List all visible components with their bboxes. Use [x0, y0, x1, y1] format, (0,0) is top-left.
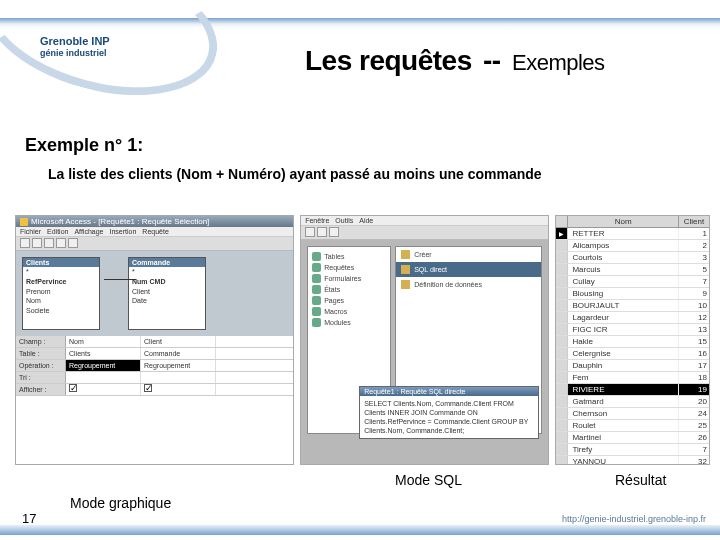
row-selector[interactable] [556, 444, 568, 455]
list-item[interactable]: Macros [312, 306, 386, 317]
sql-text[interactable]: SELECT Clients.Nom, Commande.Client FROM… [360, 396, 538, 438]
table-row[interactable]: Courtois3 [556, 252, 709, 264]
row-selector[interactable] [556, 252, 568, 263]
row-selector[interactable] [556, 384, 568, 395]
row-selector[interactable] [556, 396, 568, 407]
col-header[interactable]: Nom [568, 216, 679, 227]
table-commande[interactable]: Commande * Num CMD Client Date [128, 257, 206, 330]
list-item[interactable]: Tables [312, 251, 386, 262]
table-row[interactable]: Tirefy7 [556, 444, 709, 456]
row-selector[interactable] [556, 276, 568, 287]
table-field[interactable]: Nom [23, 296, 99, 306]
grid-cell[interactable]: Commande [141, 348, 216, 359]
table-row[interactable]: Blousing9 [556, 288, 709, 300]
list-item[interactable]: Créer [396, 247, 541, 262]
cell-nom: Chernson [568, 408, 679, 419]
row-selector[interactable] [556, 288, 568, 299]
row-selector[interactable] [556, 264, 568, 275]
list-item[interactable]: États [312, 284, 386, 295]
table-row[interactable]: Chernson24 [556, 408, 709, 420]
table-row[interactable]: YANNOU32 [556, 456, 709, 465]
cell-client: 9 [679, 288, 709, 299]
cell-nom: Roulet [568, 420, 679, 431]
menu-item[interactable]: Aide [359, 217, 373, 224]
list-item[interactable]: Formulaires [312, 273, 386, 284]
table-field[interactable]: Prenom [23, 287, 99, 297]
row-selector[interactable] [556, 432, 568, 443]
toolbar-button[interactable] [56, 238, 66, 248]
table-row[interactable]: Fem18 [556, 372, 709, 384]
table-row[interactable]: RIVIERE19 [556, 384, 709, 396]
toolbar [16, 237, 293, 251]
table-row[interactable]: Dauphin17 [556, 360, 709, 372]
grid-cell[interactable] [141, 384, 216, 395]
table-row[interactable]: Lagardeur12 [556, 312, 709, 324]
grid-cell[interactable] [66, 384, 141, 395]
cell-client: 3 [679, 252, 709, 263]
row-selector[interactable] [556, 372, 568, 383]
toolbar-button[interactable] [329, 227, 339, 237]
row-selector[interactable] [556, 360, 568, 371]
table-row[interactable]: Hakle15 [556, 336, 709, 348]
toolbar-button[interactable] [20, 238, 30, 248]
toolbar-button[interactable] [317, 227, 327, 237]
table-row[interactable]: Celergnise16 [556, 348, 709, 360]
cell-client: 25 [679, 420, 709, 431]
table-field[interactable]: Client [129, 287, 205, 297]
menu-item[interactable]: Fichier [20, 228, 41, 235]
checkbox-icon[interactable] [144, 384, 152, 392]
table-row[interactable]: Gatmard20 [556, 396, 709, 408]
table-row[interactable]: Alicampos2 [556, 240, 709, 252]
row-selector[interactable] [556, 348, 568, 359]
row-selector[interactable] [556, 408, 568, 419]
row-selector[interactable] [556, 336, 568, 347]
title-main: Les requêtes [305, 45, 472, 76]
table-field[interactable]: * [23, 267, 99, 277]
grid-cell[interactable]: Regroupement [66, 360, 141, 371]
list-item[interactable]: SQL direct [396, 262, 541, 277]
grid-cell[interactable]: Nom [66, 336, 141, 347]
table-field[interactable]: Societe [23, 306, 99, 316]
table-field[interactable]: RefPervince [23, 277, 99, 287]
grid-cell[interactable]: Client [141, 336, 216, 347]
table-row[interactable]: Marcuis5 [556, 264, 709, 276]
menu-item[interactable]: Outils [335, 217, 353, 224]
table-row[interactable]: BOURJAULT10 [556, 300, 709, 312]
table-field[interactable]: * [129, 267, 205, 277]
row-selector[interactable] [556, 228, 568, 239]
row-selector[interactable] [556, 312, 568, 323]
table-row[interactable]: Cullay7 [556, 276, 709, 288]
list-item[interactable]: Définition de données [396, 277, 541, 292]
cell-nom: BOURJAULT [568, 300, 679, 311]
menu-item[interactable]: Insertion [109, 228, 136, 235]
row-selector[interactable] [556, 324, 568, 335]
cell-nom: Hakle [568, 336, 679, 347]
menu-item[interactable]: Affichage [74, 228, 103, 235]
menu-item[interactable]: Fenêtre [305, 217, 329, 224]
list-item[interactable]: Modules [312, 317, 386, 328]
grid-label: Champ : [16, 336, 66, 347]
row-selector[interactable] [556, 240, 568, 251]
row-selector[interactable] [556, 300, 568, 311]
table-row[interactable]: Roulet25 [556, 420, 709, 432]
toolbar-button[interactable] [44, 238, 54, 248]
table-clients[interactable]: Clients * RefPervince Prenom Nom Societe [22, 257, 100, 330]
row-selector[interactable] [556, 456, 568, 465]
checkbox-icon[interactable] [69, 384, 77, 392]
row-selector[interactable] [556, 420, 568, 431]
table-field[interactable]: Num CMD [129, 277, 205, 287]
toolbar-button[interactable] [32, 238, 42, 248]
col-header[interactable]: Client [679, 216, 709, 227]
list-item[interactable]: Requêtes [312, 262, 386, 273]
toolbar-button[interactable] [68, 238, 78, 248]
menu-item[interactable]: Edition [47, 228, 68, 235]
grid-cell[interactable]: Regroupement [141, 360, 216, 371]
table-row[interactable]: FIGC ICR13 [556, 324, 709, 336]
toolbar-button[interactable] [305, 227, 315, 237]
grid-cell[interactable]: Clients [66, 348, 141, 359]
list-item[interactable]: Pages [312, 295, 386, 306]
table-field[interactable]: Date [129, 296, 205, 306]
menu-item[interactable]: Requête [142, 228, 168, 235]
table-row[interactable]: RETTER1 [556, 228, 709, 240]
table-row[interactable]: Martinel26 [556, 432, 709, 444]
